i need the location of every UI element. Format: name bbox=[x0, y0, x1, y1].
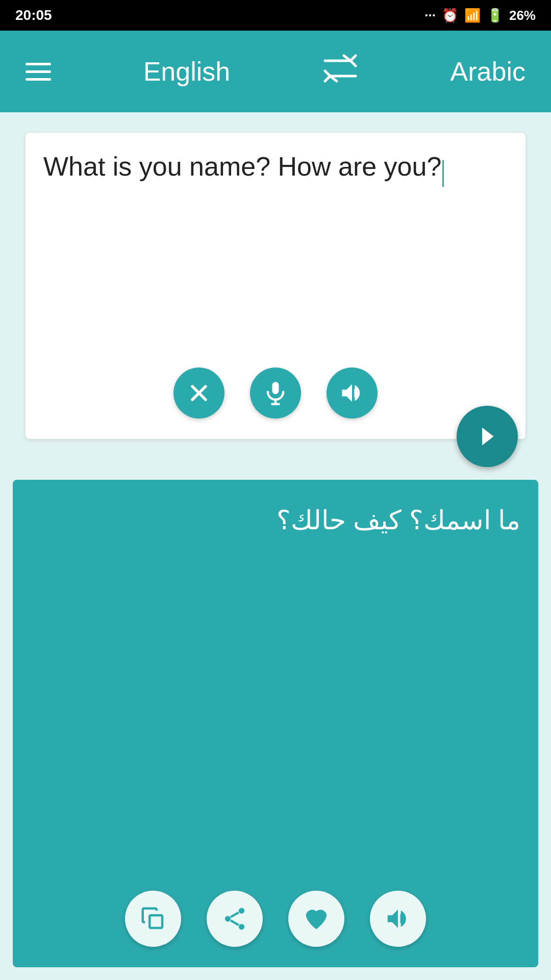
svg-point-6 bbox=[239, 924, 244, 929]
translated-text-area: ما اسمك؟ كيف حالك؟ bbox=[31, 500, 520, 540]
output-text: ما اسمك؟ كيف حالك؟ bbox=[31, 500, 520, 540]
svg-line-7 bbox=[231, 913, 239, 917]
status-icons: ··· ⏰ 📶 🔋 26% bbox=[424, 8, 536, 23]
input-text: What is you name? How are you? bbox=[43, 152, 441, 181]
svg-point-5 bbox=[225, 916, 231, 921]
output-panel: ما اسمك؟ كيف حالك؟ bbox=[13, 480, 538, 967]
status-bar: 20:05 ··· ⏰ 📶 🔋 26% bbox=[0, 0, 551, 31]
source-text-area[interactable]: What is you name? How are you? bbox=[43, 148, 508, 357]
clear-button[interactable] bbox=[173, 368, 224, 419]
battery-icon: 🔋 bbox=[487, 8, 503, 23]
input-action-bar bbox=[43, 368, 508, 429]
swap-languages-button[interactable] bbox=[322, 53, 358, 90]
dots-icon: ··· bbox=[424, 8, 436, 23]
copy-button[interactable] bbox=[125, 891, 181, 947]
menu-button[interactable] bbox=[26, 63, 51, 81]
input-panel: What is you name? How are you? bbox=[26, 133, 525, 439]
sim-icon: 📶 bbox=[464, 8, 481, 23]
source-language[interactable]: English bbox=[143, 56, 231, 87]
svg-point-4 bbox=[239, 908, 244, 914]
text-cursor bbox=[442, 160, 444, 187]
microphone-button[interactable] bbox=[250, 368, 301, 419]
toolbar: English Arabic bbox=[0, 31, 551, 112]
battery-percent: 26% bbox=[509, 8, 536, 23]
svg-rect-3 bbox=[149, 915, 162, 928]
tts-source-button[interactable] bbox=[327, 368, 378, 419]
share-button[interactable] bbox=[207, 891, 263, 947]
alarm-icon: ⏰ bbox=[442, 8, 458, 23]
target-language[interactable]: Arabic bbox=[450, 56, 525, 87]
status-time: 20:05 bbox=[15, 7, 52, 23]
favorite-button[interactable] bbox=[288, 891, 344, 947]
translate-send-button[interactable] bbox=[457, 406, 518, 467]
tts-target-button[interactable] bbox=[370, 891, 426, 947]
svg-line-8 bbox=[231, 920, 239, 925]
svg-rect-0 bbox=[272, 382, 279, 394]
output-action-bar bbox=[31, 891, 520, 952]
